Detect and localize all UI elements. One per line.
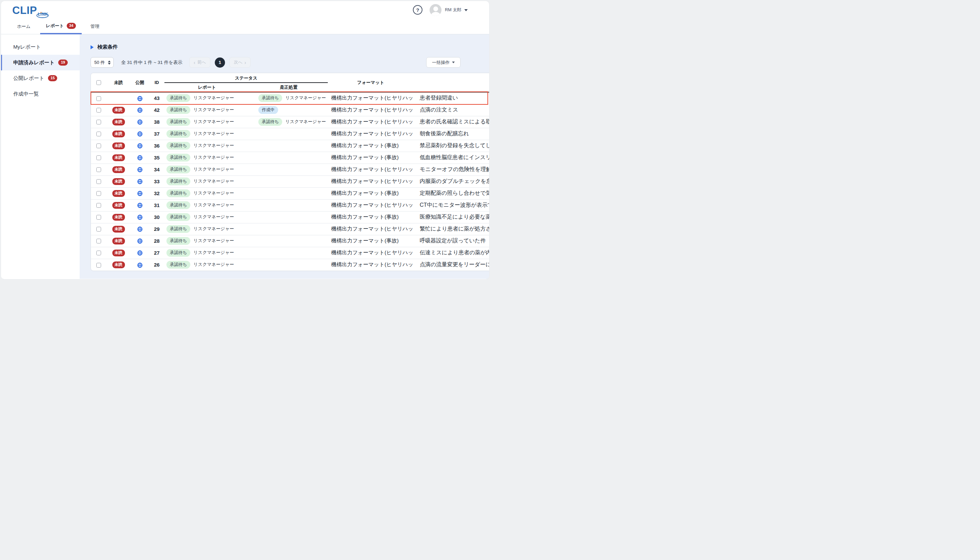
tab-home[interactable]: ホーム [16,19,32,34]
report-format: 機構出力フォーマット(ヒヤリハット) [328,175,413,187]
report-format: 機構出力フォーマット(ヒヤリハット) [328,163,413,175]
report-format: 機構出力フォーマット(ヒヤリハット) [328,128,413,140]
report-id: 38 [149,116,164,128]
report-title: CT中にモニター波形が表示でき [413,199,489,211]
row-checkbox[interactable] [96,96,101,101]
report-title: 内服薬のダブルチェックを怠って [413,175,489,187]
status-assignee: リスクマネージャー [193,250,234,255]
table-row[interactable]: 43承認待ちリスクマネージャー承認待ちリスクマネージャー機構出力フォーマット(ヒ… [91,92,489,104]
table-row[interactable]: 未読35承認待ちリスクマネージャー機構出力フォーマット(事故)低血糖性脳症患者に… [91,152,489,163]
table-row[interactable]: 未読42承認待ちリスクマネージャー作成中機構出力フォーマット(ヒヤリハット)点滴… [91,104,489,116]
publish-globe-icon [137,238,143,244]
search-conditions-toggle[interactable]: 検索条件 [90,44,489,50]
table-row[interactable]: 未読28承認待ちリスクマネージャー機構出力フォーマット(事故)呼吸器設定が誤って… [91,235,489,247]
publish-globe-icon [137,262,143,268]
table-row[interactable]: 未読30承認待ちリスクマネージャー機構出力フォーマット(事故)医療知識不足により… [91,211,489,223]
user-menu-caret-icon[interactable] [464,9,468,11]
tab-admin[interactable]: 管理 [89,19,101,34]
table-row[interactable]: 未読37承認待ちリスクマネージャー機構出力フォーマット(ヒヤリハット)朝食後薬の… [91,128,489,140]
row-checkbox[interactable] [96,215,101,220]
sidebar-item-submitted-reports[interactable]: 申請済みレポート 19 [1,55,80,70]
unread-badge: 未読 [112,142,125,149]
table-row[interactable]: 未読31承認待ちリスクマネージャー機構出力フォーマット(ヒヤリハット)CT中にモ… [91,199,489,211]
status-assignee: リスクマネージャー [193,190,234,195]
bulk-action-button[interactable]: 一括操作 [426,57,461,68]
status-assignee: リスクマネージャー [193,226,234,231]
unread-badge: 未読 [112,250,125,257]
bulk-caret-icon [452,62,455,63]
report-format: 機構出力フォーマット(ヒヤリハット) [328,247,413,259]
sidebar-item-published-reports[interactable]: 公開レポート 15 [1,70,80,86]
current-page-button[interactable]: 1 [215,57,225,68]
app-logo[interactable]: CLIP LiNK [12,5,37,16]
table-row[interactable]: 未読38承認待ちリスクマネージャー承認待ちリスクマネージャー機構出力フォーマット… [91,116,489,128]
status-badge: 承認待ち [166,213,190,221]
list-controls: 50 件 全 31 件中 1 件 ~ 31 件を表示 ‹ 前へ 1 次へ › [90,57,489,68]
report-id: 32 [149,187,164,199]
report-format: 機構出力フォーマット(ヒヤリハット) [328,199,413,211]
row-checkbox[interactable] [96,251,101,255]
logo-text-clip: CLIP [12,4,37,16]
status-badge: 承認待ち [166,225,190,233]
report-title: 定期配薬の照らし合わせで気づか [413,187,489,199]
publish-globe-icon [137,227,143,232]
tab-report-label: レポート [46,23,64,29]
select-all-checkbox[interactable] [96,80,101,85]
row-checkbox[interactable] [96,263,101,268]
pagination: ‹ 前へ 1 次へ › [189,57,251,68]
row-checkbox[interactable] [96,203,101,208]
report-title: 医療知識不足により必要な薬が処 [413,211,489,223]
page-size-select[interactable]: 50 件 [90,57,114,68]
publish-globe-icon [137,131,143,137]
unread-badge: 未読 [112,190,125,197]
row-checkbox[interactable] [96,155,101,160]
user-name[interactable]: RM 太郎 [445,7,461,13]
tab-report-badge: 34 [67,23,76,29]
publish-globe-icon [137,119,143,125]
row-checkbox[interactable] [96,239,101,243]
report-id: 43 [149,92,164,104]
table-row[interactable]: 未読34承認待ちリスクマネージャー機構出力フォーマット(ヒヤリハット)モニターオ… [91,163,489,175]
avatar[interactable] [430,4,442,16]
unread-badge: 未読 [112,238,125,245]
report-id: 35 [149,152,164,163]
status-assignee: リスクマネージャー [193,167,234,172]
collapsed-triangle-icon [90,45,94,49]
tab-admin-label: 管理 [90,23,99,30]
status-assignee: リスクマネージャー [193,178,234,183]
table-row[interactable]: 未読26承認待ちリスクマネージャー機構出力フォーマット(ヒヤリハット)点滴の流量… [91,259,489,271]
publish-globe-icon [137,179,143,184]
tab-report[interactable]: レポート 34 [40,19,82,34]
report-title: 禁忌薬剤の登録を失念してしまった [413,140,489,152]
unread-badge: 未読 [112,214,125,221]
row-checkbox[interactable] [96,191,101,196]
row-checkbox[interactable] [96,120,101,125]
row-checkbox[interactable] [96,227,101,232]
sidebar-item-drafts[interactable]: 作成中一覧 [1,86,80,102]
prev-page-button[interactable]: ‹ 前へ [189,57,211,68]
unread-badge: 未読 [112,166,125,173]
chevron-left-icon: ‹ [194,60,196,65]
report-title: 患者の氏名確認ミスによる取り違え [413,116,489,128]
next-page-button[interactable]: 次へ › [229,57,251,68]
publish-globe-icon [137,155,143,160]
sidebar-item-my-reports[interactable]: Myレポート [1,39,80,55]
row-checkbox[interactable] [96,132,101,136]
table-row[interactable]: 未読36承認待ちリスクマネージャー機構出力フォーマット(事故)禁忌薬剤の登録を失… [91,140,489,152]
table-row[interactable]: 未読29承認待ちリスクマネージャー機構出力フォーマット(ヒヤリハット)繁忙により… [91,223,489,235]
publish-globe-icon [137,167,143,172]
row-checkbox[interactable] [96,179,101,184]
table-row[interactable]: 未読27承認待ちリスクマネージャー機構出力フォーマット(ヒヤリハット)伝達ミスに… [91,247,489,259]
table-row[interactable]: 未読32承認待ちリスクマネージャー機構出力フォーマット(事故)定期配薬の照らし合… [91,187,489,199]
prev-page-label: 前へ [197,60,206,65]
report-id: 27 [149,247,164,259]
row-checkbox[interactable] [96,108,101,113]
table-row[interactable]: 未読33承認待ちリスクマネージャー機構出力フォーマット(ヒヤリハット)内服薬のダ… [91,175,489,187]
logo-text-link: LiNK [38,12,48,17]
help-icon[interactable]: ? [413,5,422,15]
row-checkbox[interactable] [96,143,101,148]
status-badge: 承認待ち [166,106,190,114]
row-checkbox[interactable] [96,167,101,172]
search-conditions-label: 検索条件 [97,44,118,50]
status-badge: 承認待ち [166,237,190,245]
